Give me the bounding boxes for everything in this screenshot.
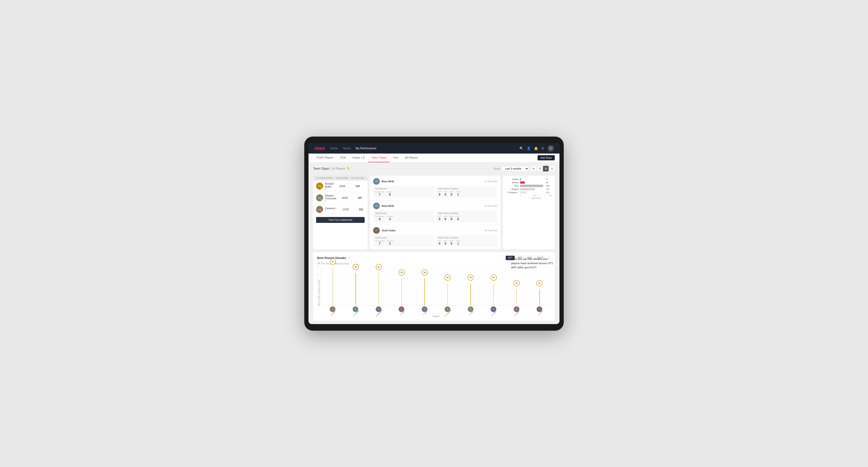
y-tick: 3: [317, 296, 318, 298]
card-view-icon[interactable]: ▤: [543, 166, 549, 172]
streak-bar-line: [516, 289, 517, 305]
rank-badge: 2: [320, 198, 323, 201]
bar-label: Eagles: [506, 178, 519, 181]
settings-icon[interactable]: ⚙: [541, 147, 545, 150]
tournament-val: 7: [379, 193, 380, 196]
practice-val: 6: [389, 193, 391, 196]
period-select[interactable]: Last 3 monthsLast 6 monthsLast 12 months: [502, 166, 529, 171]
grid-view-icon[interactable]: ⊞: [531, 166, 536, 172]
tab-pgat-players[interactable]: PGAT Players: [313, 153, 337, 162]
subnav-tabs: PGAT Players PGA Hcaps 1-5 Team Clippd T…: [313, 153, 421, 162]
edit-icon[interactable]: ✏️: [347, 167, 350, 170]
player-avg: 107: [353, 196, 367, 199]
app-stat: APP 0: [444, 240, 447, 245]
player-card-header: RB Rees Britt 02 Sep 2023: [373, 178, 497, 185]
player-stats: Total Rounds Tournament 8 Practice 4: [373, 211, 497, 222]
player-column: MM. Miller: [482, 306, 505, 314]
nav-home[interactable]: Home: [330, 147, 338, 150]
bar: [520, 178, 521, 181]
table-row: RB 1 Richard Butler ♥ 19/20 110: [313, 181, 368, 192]
bar-chart: Eagles 3 Birdies 96 Pars 499 Bogeys 311 …: [506, 178, 552, 194]
player-column: RR. Britt: [413, 306, 436, 314]
list-view-icon[interactable]: ☰: [537, 166, 542, 172]
bar: [520, 188, 535, 190]
player-score: 18/20: [336, 196, 353, 199]
nav-teams[interactable]: Teams: [342, 147, 351, 150]
bar-wrap: [520, 191, 545, 194]
streak-chart-inner: 7 6 5 4 3 0 7x6x6x5x5x4x4x4x3x3x EE. Ebe…: [321, 268, 551, 317]
bar-wrap: [520, 188, 545, 190]
view-leaderboard-button[interactable]: View Full Leaderboard: [316, 217, 365, 223]
bar-value: 311: [546, 188, 552, 190]
user-icon[interactable]: 👤: [527, 147, 531, 150]
bar-wrap: [520, 178, 545, 181]
streak-bubble: 5x: [422, 269, 428, 276]
player-score: 17/20: [337, 208, 354, 211]
arg-filter-btn[interactable]: ARG: [525, 256, 534, 260]
streak-chart-container: Best Streak, Fairway Accuracy 7 6: [317, 268, 551, 317]
player-column: RR. Butler: [505, 306, 528, 314]
avatar[interactable]: U: [548, 145, 554, 151]
player-avatar: EC 2: [316, 194, 323, 201]
practice-activities-title: Total Practice Activities: [438, 187, 495, 190]
player-card-name: Rees Britt: [382, 205, 394, 207]
table-view-icon[interactable]: ⊟: [549, 166, 555, 172]
streak-players-row: EE. EbertBB. McHargDD. BillinghamJJ. Col…: [321, 306, 551, 314]
streak-bar-line: [539, 289, 540, 305]
add-team-button[interactable]: Add Team: [537, 155, 555, 160]
annotation-arrow-right: ←: [547, 256, 551, 260]
tab-team-clippd[interactable]: Team Clippd: [368, 153, 390, 162]
streak-bubble: 5x: [399, 269, 405, 276]
streak-chart-svg-area: 7 6 5 4 3 0 7x6x6x5x5x4x4x4x3x3x: [321, 268, 551, 305]
tournament-stat: Tournament 7: [375, 240, 384, 245]
streak-bar-line: [425, 279, 425, 305]
table-row: EC 2 Edward Crossman ♥ 18/20 107: [313, 192, 368, 204]
team-name: Team Clippd: [313, 167, 329, 170]
player-avatar: RB 1: [316, 183, 323, 190]
streak-bar-line: [447, 284, 448, 305]
tab-all-players[interactable]: All Players: [402, 153, 421, 162]
main-content: Team Clippd | 14 Players ✏️ Show Last 3 …: [309, 162, 559, 324]
view-icons: ⊞ ☰ ▤ ⊟: [531, 166, 555, 172]
practice-stat: Practice 6: [387, 191, 393, 196]
tab-tour[interactable]: Tour: [390, 153, 401, 162]
three-col-layout: PLAYER NAME PB SCORE PB AVG SQ RB 1 Rich…: [313, 176, 555, 249]
ott-stat: OTT 0: [438, 240, 441, 245]
player-column: BB. McHarg: [344, 306, 367, 314]
player-column: JJ. Coles: [390, 306, 413, 314]
bar-value: 131: [546, 191, 552, 194]
player-name-group: RB Rees Britt: [373, 178, 394, 185]
chart-bar-row: Bogeys 311: [506, 188, 552, 190]
navbar-actions: 🔍 👤 🔔 ⚙ U: [519, 145, 554, 151]
tournament-stat: Tournament 8: [375, 215, 384, 221]
player-column: EE. Crossman: [436, 306, 459, 314]
ott-filter-btn[interactable]: OTT: [506, 256, 515, 260]
rounds-cols: Tournament 8 Practice 4: [375, 215, 433, 221]
player-name: Richard Butler: [325, 182, 334, 188]
chart-x-label: Total Shots: [506, 197, 552, 199]
bar: [520, 191, 527, 194]
putt-filter-btn[interactable]: PUTT: [535, 256, 546, 260]
player-stats: Total Rounds Tournament 7 Practice 6: [373, 186, 497, 198]
lb-col-avg: PB AVG SQ: [350, 177, 365, 179]
chart-bar-row: Pars 499: [506, 185, 552, 187]
nav-my-performance[interactable]: My Performance: [355, 147, 376, 150]
player-card-avatar: RB: [373, 178, 380, 185]
tournament-stat: Tournament 7: [375, 191, 384, 196]
activities-cols: OTT 0 APP 0 ARG 0: [438, 240, 495, 245]
bell-icon[interactable]: 🔔: [534, 147, 538, 150]
streak-bar-line: [401, 279, 402, 305]
y-tick: 4: [317, 289, 318, 290]
chart-bar-row: Birdies 96: [506, 181, 552, 184]
ott-stat: OTT 0: [438, 191, 441, 196]
bar-value: 96: [546, 181, 552, 184]
player-card-name: Josh Coles: [382, 229, 396, 232]
search-icon[interactable]: 🔍: [519, 147, 523, 150]
navbar: clippd Home Teams My Performance 🔍 👤 🔔 ⚙…: [309, 143, 559, 154]
tab-hcaps[interactable]: Hcaps 1-5: [349, 153, 368, 162]
bar-label: Birdies: [506, 181, 519, 184]
bar: [520, 181, 525, 184]
team-title: Team Clippd | 14 Players ✏️: [313, 167, 350, 170]
app-filter-btn[interactable]: APP: [516, 256, 524, 260]
tab-pga[interactable]: PGA: [337, 153, 349, 162]
